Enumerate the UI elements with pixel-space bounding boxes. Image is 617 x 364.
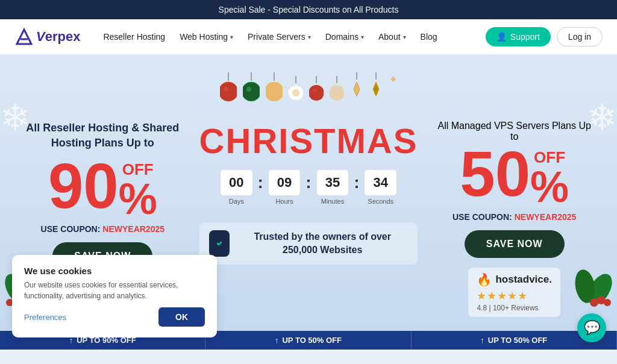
countdown-minutes: 35 Minutes bbox=[316, 169, 349, 205]
cookie-ok-button[interactable]: OK bbox=[158, 307, 205, 327]
sep-1: : bbox=[258, 173, 263, 192]
logo-text: Verpex bbox=[36, 29, 80, 45]
strip-item-2[interactable]: ↑ UP TO 50% OFF bbox=[205, 331, 411, 350]
hostadvice-rating: 4.8 | 100+ Reviews bbox=[477, 304, 552, 312]
hours-label: Hours bbox=[275, 198, 293, 205]
strip-arrow-3: ↑ bbox=[480, 336, 484, 345]
right-percent: % bbox=[530, 165, 569, 209]
banner-text: Special Sale - Special Discounts on All … bbox=[219, 5, 399, 14]
hostadvice-block: 🔥 hostadvice. ★★★★★ 4.8 | 100+ Reviews bbox=[468, 268, 560, 317]
countdown-days: 00 Days bbox=[220, 169, 252, 205]
cookie-notice: We use cookies Our website uses cookies … bbox=[12, 255, 217, 337]
ornament-2 bbox=[243, 72, 260, 102]
svg-point-6 bbox=[243, 82, 260, 101]
countdown-hours: 09 Hours bbox=[268, 169, 301, 205]
hostadvice-stars: ★★★★★ bbox=[477, 289, 552, 303]
cookie-actions: Preferences OK bbox=[24, 307, 205, 327]
ornament-8 bbox=[369, 72, 383, 102]
ornaments-row: ✦ bbox=[18, 54, 599, 102]
hostadvice-flame-icon: 🔥 bbox=[477, 272, 492, 287]
cookie-title: We use cookies bbox=[24, 266, 205, 276]
hostadvice-logo: 🔥 hostadvice. bbox=[477, 272, 552, 287]
ornament-4 bbox=[289, 76, 303, 102]
navbar: Verpex Reseller Hosting Web Hosting ▾ Pr… bbox=[0, 19, 617, 54]
holly-right bbox=[564, 253, 612, 316]
right-save-button[interactable]: SAVE NOW bbox=[465, 230, 565, 258]
nav-private-servers[interactable]: Private Servers ▾ bbox=[242, 28, 317, 45]
left-percent: % bbox=[119, 177, 157, 221]
left-coupon-code: NEWYEAR2025 bbox=[102, 224, 164, 234]
web-hosting-chevron: ▾ bbox=[230, 34, 233, 40]
nav-reseller-hosting[interactable]: Reseller Hosting bbox=[97, 28, 171, 45]
logo-icon bbox=[14, 27, 34, 46]
svg-point-9 bbox=[266, 82, 283, 101]
left-coupon: USE COUPON: NEWYEAR2025 bbox=[24, 224, 181, 234]
trust-bar: Trusted by the owners of over 250,000 We… bbox=[199, 223, 418, 265]
nav-links: Reseller Hosting Web Hosting ▾ Private S… bbox=[97, 28, 485, 45]
svg-point-15 bbox=[313, 89, 316, 92]
cookie-text: Our website uses cookies for essential s… bbox=[24, 280, 205, 301]
ornament-6 bbox=[330, 76, 344, 102]
trust-text: Trusted by the owners of over 250,000 We… bbox=[237, 230, 408, 257]
nav-actions: 👤 Support Log in bbox=[486, 27, 603, 46]
svg-point-12 bbox=[292, 89, 299, 96]
ornament-3 bbox=[266, 72, 283, 102]
ornament-1 bbox=[220, 72, 237, 102]
sep-3: : bbox=[354, 173, 359, 192]
ornament-7 bbox=[350, 72, 363, 102]
sep-2: : bbox=[305, 173, 311, 192]
about-chevron: ▾ bbox=[403, 34, 406, 40]
nav-web-hosting[interactable]: Web Hosting ▾ bbox=[174, 28, 239, 45]
left-subtitle: All Reseller Hosting & Shared Hosting Pl… bbox=[24, 121, 181, 151]
login-button[interactable]: Log in bbox=[557, 27, 603, 46]
chat-button[interactable]: 💬 bbox=[577, 313, 606, 342]
svg-point-7 bbox=[246, 87, 251, 92]
nav-about[interactable]: About ▾ bbox=[372, 28, 412, 45]
right-discount-number: 50 bbox=[460, 142, 530, 206]
svg-marker-0 bbox=[17, 30, 31, 44]
minutes-label: Minutes bbox=[321, 198, 345, 205]
countdown-seconds: 34 Seconds bbox=[364, 169, 396, 205]
support-icon: 👤 bbox=[496, 32, 507, 42]
cookie-preferences-link[interactable]: Preferences bbox=[24, 313, 66, 322]
nav-blog[interactable]: Blog bbox=[415, 28, 443, 45]
countdown-timer: 00 Days : 09 Hours : 35 Minutes : 34 Sec… bbox=[199, 169, 418, 205]
top-banner: Special Sale - Special Discounts on All … bbox=[0, 0, 617, 19]
hero-section: ❄ ❄ bbox=[0, 54, 617, 350]
svg-point-4 bbox=[224, 87, 228, 92]
support-button[interactable]: 👤 Support bbox=[486, 27, 551, 46]
left-discount-number: 90 bbox=[48, 154, 119, 218]
nav-domains[interactable]: Domains ▾ bbox=[319, 28, 370, 45]
sparkle-icon: ✦ bbox=[389, 73, 398, 86]
snowflake-right: ❄ bbox=[587, 96, 617, 139]
center-promo-block: CHRISTMAS 00 Days : 09 Hours : 35 Minute… bbox=[193, 108, 424, 271]
svg-point-14 bbox=[309, 85, 324, 101]
svg-point-17 bbox=[330, 85, 344, 101]
svg-point-3 bbox=[220, 82, 237, 101]
christmas-title: CHRISTMAS bbox=[199, 121, 418, 161]
strip-arrow-2: ↑ bbox=[275, 336, 279, 345]
shield-icon bbox=[209, 230, 230, 257]
private-servers-chevron: ▾ bbox=[308, 34, 311, 40]
right-coupon: USE COUPON: NEWYEAR2025 bbox=[436, 212, 593, 222]
hostadvice-name: hostadvice. bbox=[495, 274, 552, 286]
right-coupon-code: NEWYEAR2025 bbox=[515, 212, 577, 222]
svg-point-31 bbox=[604, 299, 611, 306]
days-value: 00 bbox=[220, 169, 252, 196]
svg-marker-21 bbox=[373, 82, 379, 96]
chat-icon: 💬 bbox=[584, 320, 600, 336]
svg-marker-19 bbox=[354, 82, 360, 96]
hours-value: 09 bbox=[268, 169, 301, 196]
seconds-label: Seconds bbox=[368, 198, 393, 205]
minutes-value: 35 bbox=[316, 169, 349, 196]
svg-point-30 bbox=[590, 298, 598, 307]
domains-chevron: ▾ bbox=[361, 34, 364, 40]
logo-link[interactable]: Verpex bbox=[14, 27, 80, 46]
ornament-5 bbox=[309, 76, 324, 102]
days-label: Days bbox=[229, 198, 244, 205]
seconds-value: 34 bbox=[364, 169, 396, 196]
